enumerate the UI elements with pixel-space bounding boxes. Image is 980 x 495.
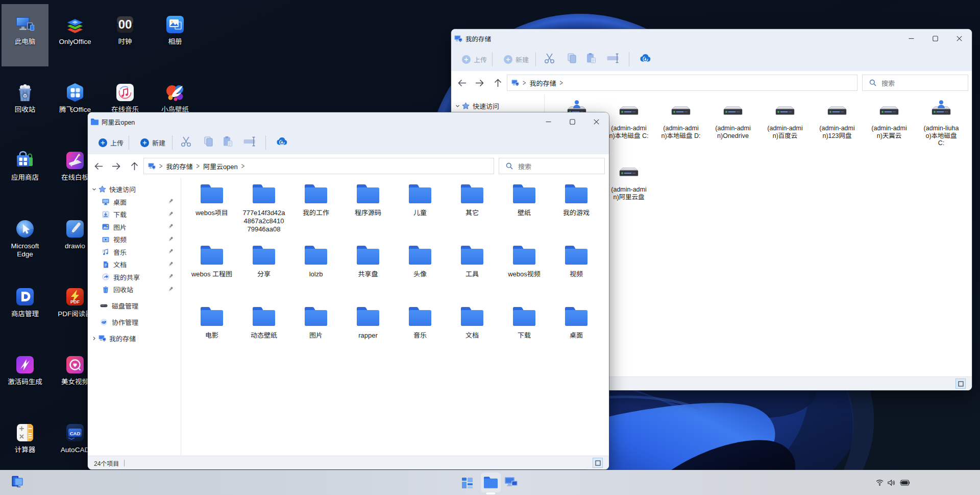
svg-text:♻: ♻: [23, 93, 28, 99]
svg-text:CAD: CAD: [70, 431, 81, 436]
svg-text:PDF: PDF: [70, 299, 80, 304]
svg-text:00: 00: [118, 17, 132, 31]
